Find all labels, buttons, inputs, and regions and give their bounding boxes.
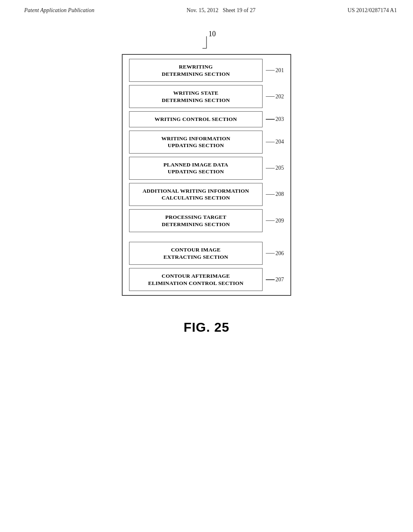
diagram-container: 10 REWRITINGDETERMINING SECTION 201 WRIT…	[0, 18, 413, 296]
figure-caption: FIG. 25	[0, 320, 413, 335]
block-row-205: PLANNED IMAGE DATAUPDATING SECTION 205	[129, 157, 284, 180]
block-planned-image-data-updating: PLANNED IMAGE DATAUPDATING SECTION	[129, 157, 263, 180]
ref-206: 206	[266, 250, 284, 257]
block-additional-writing-info: ADDITIONAL WRITING INFORMATIONCALCULATIN…	[129, 183, 263, 206]
ref-203: 203	[266, 116, 284, 123]
block-writing-information-updating: WRITING INFORMATIONUPDATING SECTION	[129, 131, 263, 154]
block-processing-target-determining: PROCESSING TARGETDETERMINING SECTION	[129, 209, 263, 232]
ref-208: 208	[266, 191, 284, 197]
block-row-207: CONTOUR AFTERIMAGEELIMINATION CONTROL SE…	[129, 268, 284, 291]
block-writing-state-determining: WRITING STATEDETERMINING SECTION	[129, 85, 263, 108]
block-row-202: WRITING STATEDETERMINING SECTION 202	[129, 85, 284, 108]
gap-spacer	[129, 235, 284, 242]
block-row-208: ADDITIONAL WRITING INFORMATIONCALCULATIN…	[129, 183, 284, 206]
block-row-206: CONTOUR IMAGEEXTRACTING SECTION 206	[129, 242, 284, 265]
ref-205: 205	[266, 165, 284, 171]
page-header: Patent Application Publication Nov. 15, …	[0, 0, 413, 18]
ref-207: 207	[266, 276, 284, 283]
block-contour-afterimage-elimination: CONTOUR AFTERIMAGEELIMINATION CONTROL SE…	[129, 268, 263, 291]
ref-202: 202	[266, 94, 284, 100]
block-contour-image-extracting: CONTOUR IMAGEEXTRACTING SECTION	[129, 242, 263, 265]
header-date-sheet: Nov. 15, 2012 Sheet 19 of 27	[186, 7, 255, 14]
ref-209: 209	[266, 218, 284, 224]
ref-201: 201	[266, 67, 284, 74]
ref-204: 204	[266, 139, 284, 145]
header-publication: Patent Application Publication	[24, 7, 94, 14]
block-rewriting-determining: REWRITINGDETERMINING SECTION	[129, 59, 263, 82]
block-writing-control: WRITING CONTROL SECTION	[129, 111, 263, 127]
main-diagram-box: REWRITINGDETERMINING SECTION 201 WRITING…	[122, 54, 291, 296]
block-row-204: WRITING INFORMATIONUPDATING SECTION 204	[129, 131, 284, 154]
block-row-201: REWRITINGDETERMINING SECTION 201	[129, 59, 284, 82]
block-row-209: PROCESSING TARGETDETERMINING SECTION 209	[129, 209, 284, 232]
block-row-203: WRITING CONTROL SECTION 203	[129, 111, 284, 127]
header-patent-number: US 2012/0287174 A1	[348, 7, 397, 14]
